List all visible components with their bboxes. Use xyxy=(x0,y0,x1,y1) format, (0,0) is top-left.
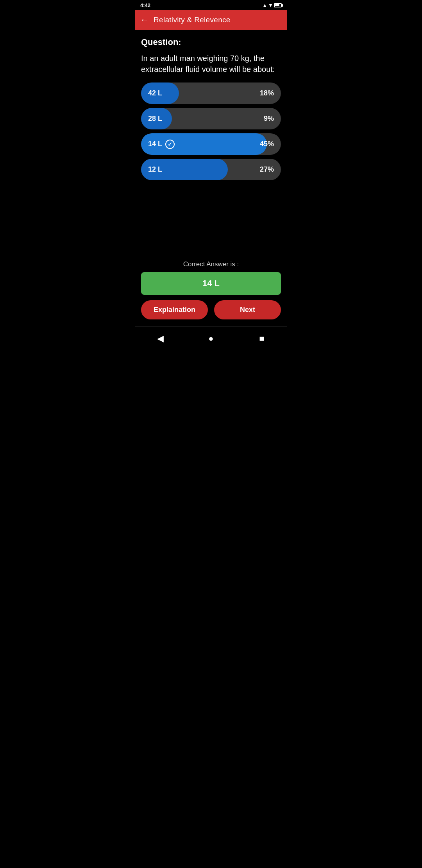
content-area: Question: In an adult man weighing 70 kg… xyxy=(135,30,287,254)
question-label: Question: xyxy=(141,37,281,47)
app-bar: ← Relativity & Relevence xyxy=(135,10,287,30)
status-bar: 4:42 ▲ ▾ xyxy=(135,0,287,10)
back-button[interactable]: ← xyxy=(140,15,149,25)
app-bar-title: Relativity & Relevence xyxy=(154,16,231,24)
option-percent-3: 27% xyxy=(260,165,274,174)
option-label-0: 42 L xyxy=(148,89,162,97)
status-icons: ▲ ▾ xyxy=(262,2,282,8)
signal-icon: ▲ xyxy=(262,2,267,8)
correct-answer-box: 14 L xyxy=(141,272,281,295)
bottom-section: Correct Answer is : 14 L Explaination Ne… xyxy=(135,254,287,326)
question-text: In an adult man weighing 70 kg, the extr… xyxy=(141,53,281,75)
option-label-1: 28 L xyxy=(148,115,162,123)
status-time: 4:42 xyxy=(140,2,150,8)
correct-answer-label: Correct Answer is : xyxy=(141,260,281,268)
correct-answer-value: 14 L xyxy=(202,278,220,288)
nav-home-button[interactable]: ● xyxy=(201,332,221,346)
bottom-nav: ◀ ● ■ xyxy=(135,326,287,352)
next-button[interactable]: Next xyxy=(214,300,281,319)
nav-recent-button[interactable]: ■ xyxy=(252,332,272,346)
check-icon-2: ✓ xyxy=(165,140,175,149)
option-percent-0: 18% xyxy=(260,89,274,97)
nav-back-button[interactable]: ◀ xyxy=(150,332,170,346)
option-label-2: 14 L✓ xyxy=(148,140,175,149)
action-buttons: Explaination Next xyxy=(141,300,281,319)
wifi-icon: ▾ xyxy=(269,2,272,8)
battery-icon xyxy=(274,3,282,7)
option-row-1[interactable]: 28 L9% xyxy=(141,108,281,129)
options-container: 42 L18%28 L9%14 L✓45%12 L27% xyxy=(141,82,281,180)
option-row-0[interactable]: 42 L18% xyxy=(141,82,281,104)
option-row-2[interactable]: 14 L✓45% xyxy=(141,133,281,155)
option-row-3[interactable]: 12 L27% xyxy=(141,159,281,180)
option-percent-2: 45% xyxy=(260,140,274,148)
option-label-3: 12 L xyxy=(148,165,162,174)
option-percent-1: 9% xyxy=(264,115,274,123)
explanation-button[interactable]: Explaination xyxy=(141,300,208,319)
